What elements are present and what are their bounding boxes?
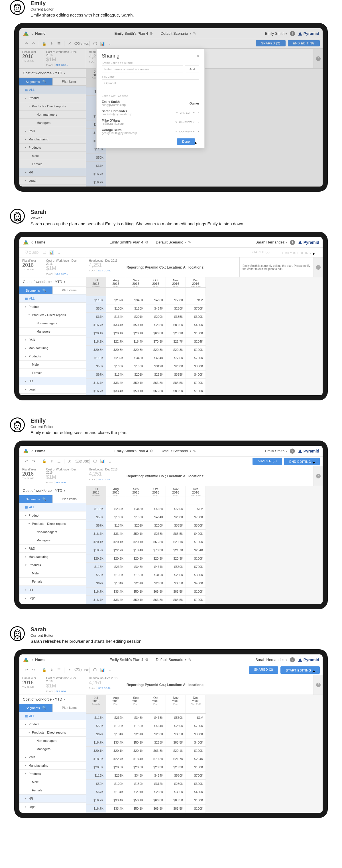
data-cell[interactable]: $348K bbox=[126, 563, 146, 571]
data-cell[interactable]: $20.1K bbox=[126, 747, 146, 755]
data-cell[interactable]: $33.4K bbox=[106, 738, 126, 746]
data-cell[interactable]: $33.4K bbox=[106, 805, 126, 812]
data-cell[interactable]: $100K bbox=[186, 796, 206, 804]
data-cell[interactable]: $67K bbox=[86, 521, 106, 529]
data-cell[interactable]: $250K bbox=[166, 722, 186, 730]
data-cell[interactable]: $312K bbox=[146, 362, 166, 370]
data-cell[interactable]: $200K bbox=[146, 313, 166, 321]
data-cell[interactable]: $201K bbox=[126, 730, 146, 738]
data-cell[interactable]: $100K bbox=[186, 554, 206, 562]
data-cell[interactable]: $66.8K bbox=[146, 329, 166, 337]
data-cell[interactable]: $16.7K bbox=[86, 596, 106, 604]
data-cell[interactable]: $16.7K bbox=[86, 321, 106, 329]
data-cell[interactable]: $700K bbox=[186, 722, 206, 730]
data-cell[interactable]: $348K bbox=[126, 354, 146, 362]
data-cell[interactable]: $400K bbox=[186, 579, 206, 587]
data-cell[interactable]: $300K bbox=[186, 780, 206, 788]
tree-row[interactable]: ▾ Products bbox=[19, 770, 86, 778]
fiscal-year[interactable]: 2016 bbox=[22, 471, 40, 477]
data-cell[interactable]: $464K bbox=[146, 513, 166, 521]
data-cell[interactable]: $83.5K bbox=[166, 738, 186, 746]
data-cell[interactable]: $20.3K bbox=[106, 346, 126, 354]
caret-icon[interactable]: ▸ bbox=[25, 380, 28, 382]
screen-icon[interactable]: 🖵 bbox=[41, 249, 48, 256]
data-cell[interactable]: $100K bbox=[186, 596, 206, 604]
data-cell[interactable]: $50.1K bbox=[126, 796, 146, 804]
tree-row[interactable]: Female bbox=[19, 578, 86, 586]
close-icon[interactable]: × bbox=[197, 54, 199, 58]
data-cell[interactable]: $335K bbox=[166, 371, 186, 378]
undo-icon[interactable]: ↶ bbox=[23, 666, 30, 674]
data-cell[interactable]: $580K bbox=[166, 771, 186, 779]
invite-input[interactable]: Enter names or email addresses bbox=[102, 65, 183, 73]
data-cell[interactable]: $20.3K bbox=[86, 554, 106, 562]
timeline-link[interactable]: TIMELINE bbox=[22, 268, 40, 271]
download-icon[interactable]: ⤓ bbox=[106, 666, 113, 674]
data-cell[interactable]: $250K bbox=[166, 780, 186, 788]
info-button[interactable]: i bbox=[314, 257, 323, 277]
tree-row[interactable]: ▸ Product bbox=[19, 512, 86, 520]
data-cell[interactable]: $700K bbox=[186, 354, 206, 362]
tree-row[interactable]: ▾ Products - Direct reports bbox=[19, 520, 86, 528]
tree-row[interactable]: ▸ Product bbox=[19, 720, 86, 728]
search-icon[interactable]: 🔍 bbox=[42, 288, 46, 292]
data-cell[interactable]: $50K bbox=[86, 780, 106, 788]
tab-plan-items[interactable]: Plan items bbox=[52, 495, 86, 503]
data-cell[interactable]: $66.8K bbox=[146, 387, 166, 395]
data-cell[interactable]: $335K bbox=[166, 730, 186, 738]
data-cell[interactable]: $20.1K bbox=[166, 329, 186, 337]
data-cell[interactable]: $18.9K bbox=[86, 755, 106, 763]
data-cell[interactable]: $116K bbox=[86, 563, 106, 571]
setgoal-link[interactable]: SET GOAL bbox=[56, 481, 68, 484]
tree-row[interactable]: ▸ HR bbox=[19, 377, 86, 385]
scenario-selector[interactable]: Default Scenario ▾ ✎ bbox=[156, 240, 191, 244]
data-cell[interactable]: $464K bbox=[146, 304, 166, 312]
data-cell[interactable]: $232K bbox=[106, 296, 126, 304]
data-cell[interactable]: $67K bbox=[86, 579, 106, 587]
tree-row[interactable]: Female bbox=[19, 369, 86, 377]
tree-row[interactable]: ▾ Products - Direct reports bbox=[19, 728, 86, 737]
data-cell[interactable]: $22.7K bbox=[106, 755, 126, 763]
tree-row[interactable]: ▸ Product bbox=[19, 303, 86, 311]
data-cell[interactable]: $100K bbox=[106, 722, 126, 730]
caret-icon[interactable]: ▸ bbox=[25, 797, 28, 800]
data-cell[interactable]: $400K bbox=[186, 788, 206, 796]
data-cell[interactable]: $83.5K bbox=[166, 530, 186, 538]
data-cell[interactable]: $83.5K bbox=[166, 796, 186, 804]
tree-row[interactable]: ▦ ALL bbox=[19, 294, 86, 303]
data-cell[interactable]: $50K bbox=[86, 513, 106, 521]
data-cell[interactable]: $100K bbox=[106, 362, 126, 370]
data-cell[interactable]: $150K bbox=[126, 571, 146, 579]
caret-icon[interactable]: ▸ bbox=[25, 756, 28, 758]
data-cell[interactable]: $50K bbox=[86, 362, 106, 370]
tab-segments[interactable]: Segments 🔍 bbox=[19, 495, 52, 503]
setgoal-link[interactable]: SET GOAL bbox=[98, 687, 111, 689]
tree-row[interactable]: ▸ Legal bbox=[19, 803, 86, 811]
data-cell[interactable]: $200K bbox=[146, 730, 166, 738]
data-cell[interactable]: $20.3K bbox=[166, 554, 186, 562]
data-cell[interactable]: $16.7K bbox=[86, 796, 106, 804]
pencil-icon[interactable]: ✎ bbox=[188, 240, 191, 244]
setgoal-link[interactable]: SET GOAL bbox=[98, 270, 111, 272]
editing-button[interactable]: END EDITING➤ bbox=[284, 458, 320, 465]
download-icon[interactable]: ⤓ bbox=[56, 249, 62, 256]
fx-icon[interactable]: X bbox=[66, 666, 73, 674]
tree-row[interactable]: ▸ Legal bbox=[19, 385, 86, 394]
tree-row[interactable]: ▦ ALL bbox=[19, 503, 86, 512]
pencil-icon[interactable]: ✎ bbox=[193, 449, 196, 453]
tree-row[interactable]: Managers bbox=[19, 536, 86, 545]
data-cell[interactable]: $50.1K bbox=[126, 596, 146, 604]
data-cell[interactable]: $33.4K bbox=[106, 596, 126, 604]
editing-button[interactable]: EMILY IS EDITING➤ bbox=[277, 249, 320, 256]
data-cell[interactable]: $50.1K bbox=[126, 805, 146, 812]
data-cell[interactable]: $16.7K bbox=[86, 379, 106, 387]
data-cell[interactable]: $201K bbox=[126, 788, 146, 796]
tab-segments[interactable]: Segments 🔍 bbox=[19, 286, 52, 294]
data-cell[interactable]: $204K bbox=[186, 546, 206, 554]
shared-button[interactable]: SHARED (2) bbox=[253, 458, 282, 465]
data-cell[interactable]: $1M bbox=[186, 714, 206, 722]
fiscal-year[interactable]: 2016 bbox=[22, 680, 40, 686]
data-cell[interactable]: $348K bbox=[126, 505, 146, 513]
plan-name[interactable]: Emily Smith's Plan 4 bbox=[114, 449, 148, 453]
tree-row[interactable]: Non-managers bbox=[19, 319, 86, 328]
